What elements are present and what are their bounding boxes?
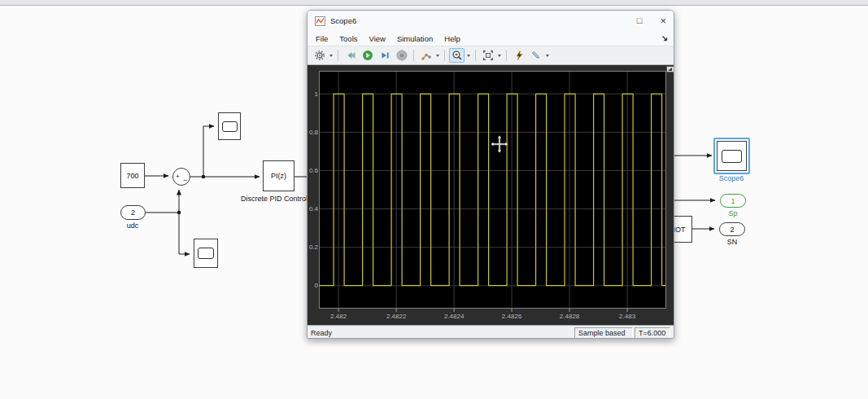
pid-block-text: PI(z) (271, 172, 286, 180)
status-sample-mode: Sample based (574, 327, 633, 340)
menu-view[interactable]: View (369, 34, 386, 43)
scope-screen-icon (722, 150, 742, 163)
pid-block[interactable]: PI(z) (263, 160, 294, 191)
fit-dropdown-caret-icon[interactable] (498, 55, 501, 57)
toolbar-separator (444, 50, 445, 61)
settings-gear-button[interactable] (312, 48, 327, 63)
signal-selector-button[interactable] (418, 48, 434, 63)
stop-icon (396, 50, 408, 61)
dock-arrow-icon[interactable] (661, 35, 669, 42)
x-axis-labels: 2.4822.48222.48242.48262.48282.483 (319, 313, 666, 322)
maximize-button[interactable]: □ (637, 16, 643, 25)
scope-screen-icon (222, 121, 238, 132)
titlebar[interactable]: Scope6 □ × (308, 11, 674, 31)
port2-number: 2 (730, 226, 734, 234)
measurements-dropdown-caret-icon[interactable] (546, 55, 549, 57)
fit-to-view-icon (482, 50, 494, 61)
y-tick-label: 0 (308, 282, 318, 289)
menu-simulation[interactable]: Simulation (397, 34, 433, 43)
port1-number: 1 (731, 197, 735, 205)
x-tick-label: 2.482 (330, 313, 347, 320)
x-tick-label: 2.4828 (560, 313, 579, 320)
toolbar (308, 46, 674, 65)
statusbar: Ready Sample based T=6.000 (308, 325, 674, 339)
status-sim-time: T=6.000 (635, 327, 670, 340)
window-title: Scope6 (330, 16, 356, 25)
scope6-block[interactable] (717, 141, 747, 171)
udc-port-number: 2 (131, 208, 135, 217)
expand-arrow-icon (667, 67, 674, 72)
toolbar-separator (338, 50, 338, 61)
scope6-block-label: Scope6 (719, 174, 744, 182)
menu-help[interactable]: Help (444, 34, 460, 43)
axes-expand-button[interactable] (666, 66, 674, 72)
signal-selector-icon (421, 50, 432, 61)
toolbar-separator (475, 50, 476, 61)
x-tick-label: 2.4822 (386, 313, 406, 320)
scope6-selection-frame (713, 138, 750, 174)
step-back-button[interactable] (342, 48, 358, 63)
settings-dropdown-caret-icon[interactable] (329, 55, 333, 57)
scope-axes[interactable] (319, 71, 666, 313)
desktop: 700 + − 2 udc PI(z) Discrete PID Control… (0, 0, 868, 399)
scope-screen-icon (198, 248, 214, 259)
step-forward-icon (379, 50, 390, 61)
x-tick-label: 2.4824 (444, 313, 464, 320)
stop-button[interactable] (394, 48, 409, 63)
port1-label: Sp (728, 209, 737, 217)
y-tick-label: 0.4 (308, 205, 318, 213)
wire-branch-to-top-scope[interactable] (203, 126, 214, 177)
branch-dot (177, 211, 181, 215)
y-axis-labels: 00.20.40.60.81 (308, 71, 318, 309)
sum-minus-sign: − (183, 176, 187, 184)
y-tick-label: 0.2 (308, 243, 318, 251)
menu-tools[interactable]: Tools (339, 34, 357, 43)
scope6-window: Scope6 □ × File Tools View Simulation He… (307, 10, 674, 339)
step-back-icon (345, 50, 356, 61)
zoom-in-icon (451, 50, 463, 61)
settings-gear-icon (314, 50, 325, 61)
y-tick-label: 0.6 (308, 167, 318, 174)
output-port-2[interactable]: 2 (719, 222, 745, 236)
plot-panel: 00.20.40.60.81 2.4822.48222.48242.48262.… (308, 65, 674, 325)
trigger-icon (513, 50, 525, 61)
close-button[interactable]: × (660, 16, 666, 25)
crosshair-cursor-icon (491, 135, 508, 153)
scope-block-bottom[interactable] (194, 239, 218, 268)
trigger-button[interactable] (511, 48, 526, 63)
plot-background (319, 71, 666, 309)
constant-value: 700 (126, 172, 138, 180)
x-tick-label: 2.4826 (502, 313, 521, 320)
udc-input-port[interactable]: 2 (120, 205, 146, 220)
run-icon (362, 50, 373, 61)
udc-label: udc (127, 221, 139, 230)
measurements-icon (530, 50, 542, 61)
toolbar-separator (506, 50, 507, 61)
fit-to-view-button[interactable] (480, 48, 495, 63)
y-tick-label: 0.8 (308, 129, 318, 136)
output-port-1[interactable]: 1 (720, 194, 746, 208)
scope-block-top[interactable] (218, 112, 241, 140)
run-button[interactable] (360, 48, 375, 63)
zoom-in-button[interactable] (449, 48, 465, 63)
menu-file[interactable]: File (316, 34, 328, 43)
scope-app-icon (315, 16, 325, 26)
measurements-button[interactable] (528, 48, 543, 63)
y-tick-label: 1 (308, 90, 318, 98)
branch-dot (202, 175, 206, 179)
step-forward-button[interactable] (377, 48, 392, 63)
status-ready: Ready (311, 329, 332, 337)
zoom-dropdown-caret-icon[interactable] (467, 55, 470, 57)
port2-label: SN (727, 238, 738, 246)
constant-block[interactable]: 700 (120, 163, 145, 188)
wire-udc-to-bottom-scope[interactable] (179, 213, 190, 254)
x-tick-label: 2.483 (619, 313, 635, 320)
sum-block[interactable]: + − (172, 168, 190, 186)
sum-plus-sign: + (176, 173, 180, 180)
toolbar-separator (413, 50, 414, 61)
menubar: File Tools View Simulation Help (308, 31, 674, 46)
selector-dropdown-caret-icon[interactable] (436, 55, 439, 57)
pid-block-label: Discrete PID Controller (241, 195, 316, 203)
